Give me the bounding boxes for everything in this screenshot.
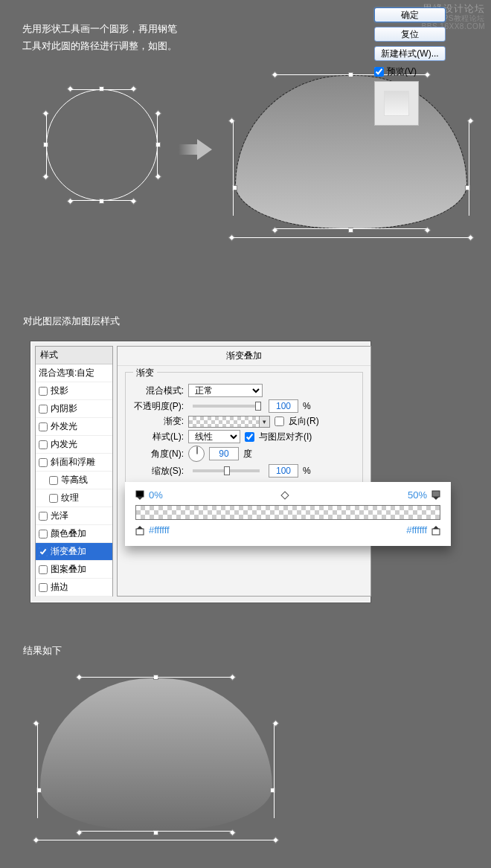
list-item-gradient-overlay[interactable]: 渐变叠加 (36, 543, 112, 561)
preview-thumbnail (374, 81, 419, 126)
list-item[interactable]: 斜面和浮雕 (36, 454, 112, 472)
percent-label: % (303, 401, 311, 411)
left-opacity-value: 0% (149, 489, 163, 501)
styles-list: 样式 混合选项:自定 投影 内阴影 外发光 内发光 斜面和浮雕 等高线 纹理 光… (35, 346, 113, 597)
opacity-stop-icon[interactable] (135, 490, 144, 501)
svg-rect-7 (432, 529, 440, 535)
checkbox[interactable] (39, 440, 48, 449)
result-dome (40, 678, 272, 831)
svg-marker-1 (137, 497, 143, 500)
midpoint-icon[interactable] (281, 491, 289, 499)
angle-label: 角度(N): (133, 448, 184, 460)
list-item[interactable]: 纹理 (36, 489, 112, 507)
reverse-checkbox[interactable] (275, 417, 284, 426)
checkbox[interactable] (39, 530, 48, 539)
right-color-value: #ffffff (406, 524, 427, 536)
section-label: 对此图层添加图层样式 (23, 315, 120, 328)
bezier-line (469, 120, 469, 216)
bezier-line (274, 723, 275, 818)
scale-slider[interactable] (193, 469, 260, 472)
svg-marker-4 (137, 526, 143, 529)
bezier-line (37, 840, 274, 840)
blend-mode-select[interactable]: 正常 (188, 384, 263, 397)
scale-input[interactable] (269, 464, 298, 478)
svg-rect-0 (136, 491, 144, 497)
bezier-line (79, 831, 232, 832)
list-item[interactable]: 光泽 (36, 507, 112, 525)
preview-label: 预览(V) (387, 65, 417, 78)
panel-title: 渐变叠加 (118, 347, 370, 366)
gradient-editor-strip: 0% 50% #ffffff #ffffff (125, 482, 451, 546)
list-item[interactable]: 内阴影 (36, 400, 112, 418)
instruction-text: 先用形状工具画一个圆形，再用钢笔 工具对此圆的路径进行调整，如图。 (22, 20, 177, 55)
checkbox[interactable] (49, 494, 58, 503)
list-item[interactable]: 颜色叠加 (36, 525, 112, 543)
gradient-label: 渐变: (133, 415, 184, 428)
ok-button[interactable]: 确定 (374, 7, 446, 22)
instruction-line2: 工具对此圆的路径进行调整，如图。 (22, 37, 177, 54)
degree-label: 度 (243, 448, 252, 460)
dropdown-icon[interactable]: ▾ (259, 417, 269, 427)
checkbox[interactable] (49, 476, 58, 485)
right-opacity-value: 50% (408, 489, 427, 501)
gradient-group: 渐变 混合模式: 正常 不透明度(P): % 渐变: ▾ 反向(R) 样式(L)… (125, 372, 363, 488)
checkbox[interactable] (39, 583, 48, 592)
arrow-icon (179, 141, 214, 158)
percent-label: % (303, 466, 311, 476)
checkbox[interactable] (39, 458, 48, 467)
instruction-line1: 先用形状工具画一个圆形，再用钢笔 (22, 20, 177, 37)
list-item[interactable]: 投影 (36, 382, 112, 400)
checkbox[interactable] (39, 387, 48, 396)
gradient-bar[interactable] (135, 505, 440, 520)
styles-header[interactable]: 样式 (36, 347, 112, 364)
bezier-line (70, 89, 134, 90)
opacity-slider[interactable] (193, 405, 260, 408)
layer-style-dialog: 样式 混合选项:自定 投影 内阴影 外发光 内发光 斜面和浮雕 等高线 纹理 光… (30, 341, 371, 603)
checkbox[interactable] (39, 547, 48, 556)
bezier-handle[interactable] (273, 838, 278, 843)
color-stop-icon[interactable] (431, 525, 440, 536)
svg-rect-2 (432, 491, 440, 497)
bezier-line (157, 113, 158, 177)
result-shape (31, 669, 280, 840)
list-item[interactable]: 描边 (36, 579, 112, 597)
circle-shape (46, 89, 158, 201)
result-label: 结果如下 (23, 644, 62, 658)
opacity-stop-icon[interactable] (431, 490, 440, 501)
angle-input[interactable] (209, 447, 239, 460)
blend-options-row[interactable]: 混合选项:自定 (36, 364, 112, 382)
checkbox[interactable] (39, 405, 48, 414)
style-select[interactable]: 线性 (188, 430, 240, 443)
left-color-value: #ffffff (149, 524, 170, 536)
svg-marker-6 (433, 526, 439, 529)
bezier-line (275, 228, 428, 229)
circle-outline (46, 89, 158, 201)
opacity-input[interactable] (269, 399, 298, 413)
group-title: 渐变 (133, 367, 157, 379)
color-stop-icon[interactable] (135, 525, 144, 536)
preview-checkbox[interactable] (374, 67, 384, 77)
list-item[interactable]: 内发光 (36, 436, 112, 454)
bezier-line (70, 200, 134, 201)
gradient-swatch[interactable]: ▾ (188, 416, 270, 428)
checkbox[interactable] (39, 512, 48, 521)
dialog-buttons: 确定 复位 新建样式(W)... 预览(V) (374, 7, 463, 126)
align-label: 与图层对齐(I) (259, 431, 312, 443)
checkbox[interactable] (39, 565, 48, 574)
opacity-label: 不透明度(P): (133, 400, 184, 413)
reset-button[interactable]: 复位 (374, 27, 446, 42)
list-item[interactable]: 等高线 (36, 472, 112, 489)
scale-label: 缩放(S): (133, 465, 184, 478)
bezier-line (79, 677, 232, 678)
angle-dial[interactable] (188, 446, 205, 462)
svg-marker-3 (433, 497, 439, 500)
blend-mode-label: 混合模式: (133, 385, 184, 397)
list-item[interactable]: 图案叠加 (36, 561, 112, 579)
list-item[interactable]: 外发光 (36, 418, 112, 436)
style-label: 样式(L): (133, 431, 184, 443)
checkbox[interactable] (39, 422, 48, 431)
bezier-line (46, 113, 47, 177)
align-checkbox[interactable] (245, 432, 254, 442)
new-style-button[interactable]: 新建样式(W)... (374, 46, 446, 61)
bezier-line (233, 120, 234, 216)
